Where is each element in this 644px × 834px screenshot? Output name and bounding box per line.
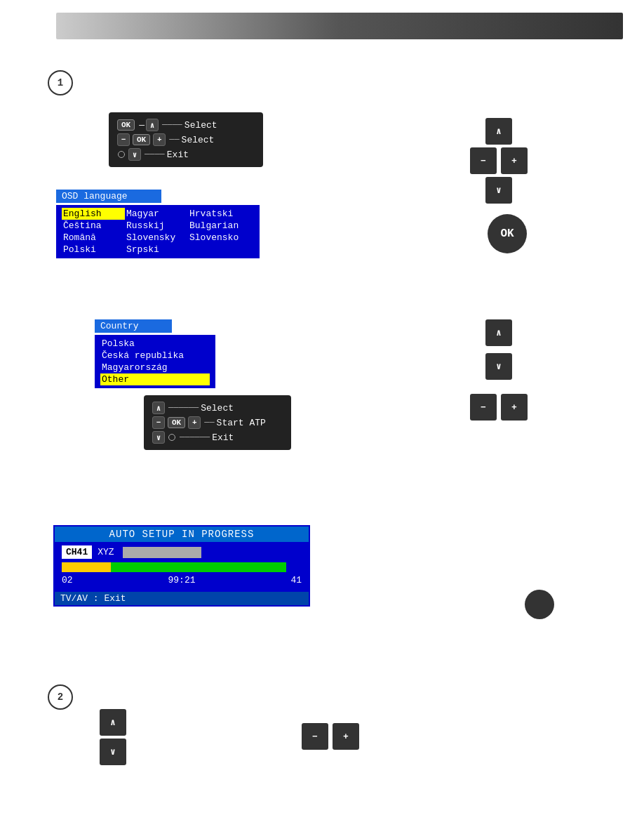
s2-control-row-1: ∧ —————— Select <box>151 402 284 414</box>
right-minus-btn-1[interactable]: − <box>470 147 497 174</box>
lang-row-2: Čeština Russkij Bulgarian <box>62 220 254 232</box>
lang-hrvatski[interactable]: Hrvatski <box>188 208 251 220</box>
s2-plus-btn[interactable]: + <box>188 416 201 429</box>
section1-control-box: OK — ∧ ———— ∧ Select − OK + —— Select ∨ … <box>109 112 263 167</box>
lang-romana[interactable]: Română <box>62 232 125 244</box>
header-gradient-bar <box>56 13 623 39</box>
right-up-btn-2[interactable]: ∧ <box>485 319 512 346</box>
s2-down-arrow[interactable]: ∨ <box>152 431 165 444</box>
right-plus-btn-1[interactable]: + <box>501 147 528 174</box>
dot-1 <box>118 151 125 158</box>
lang-english[interactable]: English <box>62 208 125 220</box>
channel-bar <box>123 547 235 558</box>
country-title: Country <box>95 319 172 333</box>
control-row-3: ∨ ———— Exit <box>116 148 256 161</box>
right-down-btn-2[interactable]: ∨ <box>485 353 512 380</box>
ok-big-btn-1[interactable]: OK <box>488 214 527 253</box>
lang-srpski[interactable]: Srpski <box>125 244 188 256</box>
s2-up-arrow[interactable]: ∧ <box>152 402 165 414</box>
section4-circle: 2 <box>48 684 73 710</box>
section1-ok-big[interactable]: OK <box>488 214 527 253</box>
auto-setup-exit[interactable]: TV/AV : Exit <box>55 592 309 605</box>
section1-circle: 1 <box>48 70 73 95</box>
channel-name: XYZ <box>98 547 114 557</box>
right-up-btn-1[interactable]: ∧ <box>485 118 512 145</box>
country-polska[interactable]: Polska <box>100 338 210 350</box>
section2-control-box: ∧ —————— Select − OK + —— Start ATP ∨ ——… <box>144 395 291 450</box>
s2-minus-btn[interactable]: − <box>152 416 165 429</box>
section4-minusplus: − + <box>302 723 359 750</box>
right-down-btn-1[interactable]: ∨ <box>485 177 512 204</box>
stats-row: 02 99:21 41 <box>62 575 302 585</box>
ok-label-1[interactable]: OK <box>117 119 135 131</box>
country-ceska[interactable]: Česká republika <box>100 350 210 362</box>
lang-row-4: Polski Srpski <box>62 244 254 256</box>
channel-label: CH41 <box>62 545 92 559</box>
minus-btn-1[interactable]: − <box>117 133 130 146</box>
auto-setup-screen: AUTO SETUP IN PROGRESS CH41 XYZ 02 99:21… <box>53 525 310 607</box>
lang-polski[interactable]: Polski <box>62 244 125 256</box>
right-plus-btn-2[interactable]: + <box>501 394 528 421</box>
section4-updown: ∧ ∨ <box>100 709 126 765</box>
s4-minus-btn[interactable]: − <box>302 723 328 750</box>
osd-language-grid: English Magyar Hrvatski Čeština Russkij … <box>56 205 260 258</box>
country-list: Polska Česká republika Magyarország Othe… <box>95 335 215 388</box>
s4-down-btn[interactable]: ∨ <box>100 739 126 765</box>
section1-right-controls: ∧ − + ∨ <box>470 118 528 204</box>
progress-yellow <box>62 562 111 572</box>
s2-control-row-2: − OK + —— Start ATP <box>151 416 284 429</box>
lang-slovensko[interactable]: Slovensko <box>188 232 251 244</box>
channel-row: CH41 XYZ <box>62 545 302 559</box>
dot-2 <box>168 434 175 441</box>
ok-btn-1[interactable]: OK <box>133 134 150 145</box>
filled-circle-1 <box>525 590 554 619</box>
down-arrow-1[interactable]: ∨ <box>128 148 141 161</box>
plus-btn-1[interactable]: + <box>153 133 166 146</box>
lang-row-1: English Magyar Hrvatski <box>62 208 254 220</box>
lang-slovensky[interactable]: Slovensky <box>125 232 188 244</box>
auto-setup-title: AUTO SETUP IN PROGRESS <box>55 527 309 542</box>
section2-right-controls: ∧ ∨ − + <box>470 319 528 421</box>
lang-bulgarian[interactable]: Bulgarian <box>188 220 251 232</box>
lang-empty <box>188 244 251 256</box>
s2-ok-btn[interactable]: OK <box>168 417 185 428</box>
progress-green <box>111 562 286 572</box>
auto-setup-body: CH41 XYZ 02 99:21 41 <box>55 542 309 592</box>
s4-up-btn[interactable]: ∧ <box>100 709 126 736</box>
s2-control-row-3: ∨ —————— Exit <box>151 431 284 444</box>
lang-magyar[interactable]: Magyar <box>125 208 188 220</box>
lang-cestina[interactable]: Čeština <box>62 220 125 232</box>
lang-row-3: Română Slovensky Slovensko <box>62 232 254 244</box>
up-arrow-1[interactable]: ∧ <box>146 119 159 131</box>
country-magyarorszag[interactable]: Magyarország <box>100 362 210 373</box>
osd-language-title: OSD language <box>56 190 161 203</box>
right-minus-btn-2[interactable]: − <box>470 394 497 421</box>
lang-russkij[interactable]: Russkij <box>125 220 188 232</box>
control-row-1: OK — ∧ ———— ∧ Select <box>116 119 256 131</box>
progress-bar-row <box>62 562 302 572</box>
s4-plus-btn[interactable]: + <box>333 723 359 750</box>
control-row-2: − OK + —— Select <box>116 133 256 146</box>
country-other[interactable]: Other <box>100 373 210 385</box>
